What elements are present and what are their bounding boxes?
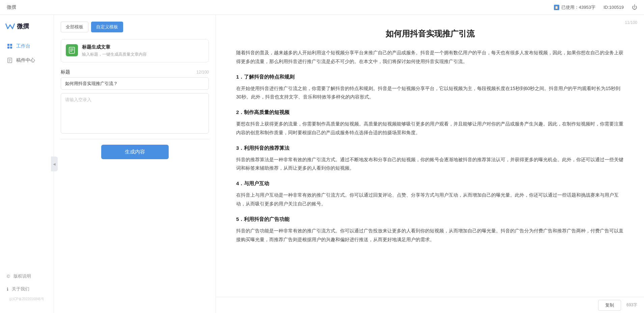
sidebar-item-workbench[interactable]: 工作台 xyxy=(0,39,54,53)
title-input[interactable] xyxy=(61,77,209,90)
generate-button[interactable]: 生成内容 xyxy=(101,145,169,159)
article-heading: 5．利用抖音的广告功能 xyxy=(236,215,624,224)
article-heading: 4．与用户互动 xyxy=(236,179,624,188)
content-area: 全部模板 自定义模板 标题生成文章 输入标题，一键生成高质量文章内容 xyxy=(54,15,644,313)
article-paragraph: 在开始使用抖音进行推广引流之前，你需要了解抖音的特点和规则。抖音是一个短视频分享… xyxy=(236,84,624,102)
template-card-icon xyxy=(66,44,78,56)
form-label-row: 标题 12/100 xyxy=(61,69,209,75)
article-heading: 1．了解抖音的特点和规则 xyxy=(236,72,624,82)
icp-text: 皖ICP备2022016846号 xyxy=(0,295,54,303)
usage-icon: 📋 xyxy=(554,5,559,10)
tab-all-templates[interactable]: 全部模板 xyxy=(61,22,88,32)
article-container: 11/100 如何用抖音实现推广引流 随着抖音的普及，越来越多的人开始利用这个短… xyxy=(216,15,644,297)
usage-info: 📋 已使用：43953字 xyxy=(554,4,595,10)
sidebar-logo: 微撰 xyxy=(0,22,54,39)
article-paragraph: 随着抖音的普及，越来越多的人开始利用这个短视频分享平台来推广自己的产品或服务。抖… xyxy=(236,49,624,66)
sidebar-bottom: © 版权说明 ℹ 关于我们 皖ICP备2022016846号 xyxy=(0,270,54,306)
title-label: 标题 xyxy=(61,69,70,75)
drafts-icon xyxy=(7,57,13,63)
form-section: 标题 12/100 请输入空录入 xyxy=(61,69,209,134)
article-paragraph: 抖音的推荐算法是一种非常有效的推广引流方式。通过不断地发布和分享自己的短视频，你… xyxy=(236,155,624,173)
sidebar-collapse-button[interactable]: ◀ xyxy=(51,156,58,171)
copy-button[interactable]: 复制 xyxy=(598,300,621,311)
sidebar-item-drafts-label: 稿件中心 xyxy=(16,57,35,63)
about-icon: ℹ xyxy=(7,287,8,292)
copyright-label: 版权说明 xyxy=(13,273,31,279)
workbench-icon xyxy=(7,43,13,49)
template-card-name: 标题生成文章 xyxy=(82,44,147,50)
article-heading: 2．制作高质量的短视频 xyxy=(236,108,624,117)
logo-text: 微撰 xyxy=(17,22,29,30)
logo-icon xyxy=(5,22,15,31)
title-count: 12/100 xyxy=(196,70,209,75)
article-paragraph: 要想在抖音上获得更多的流量，你需要制作高质量的短视频。高质量的短视频能够吸引更多… xyxy=(236,120,624,137)
svg-rect-2 xyxy=(7,47,9,49)
template-tabs: 全部模板 自定义模板 xyxy=(61,22,209,32)
svg-rect-0 xyxy=(7,44,9,46)
top-header: 微撰 📋 已使用：43953字 ID:100519 ⏻ xyxy=(0,0,644,15)
sidebar-nav: 工作台 稿件中心 xyxy=(0,39,54,270)
sidebar-item-drafts[interactable]: 稿件中心 xyxy=(0,53,54,67)
main-layout: 微撰 工作台 xyxy=(0,15,644,313)
left-panel: 全部模板 自定义模板 标题生成文章 输入标题，一键生成高质量文章内容 xyxy=(54,15,216,313)
sidebar-item-copyright[interactable]: © 版权说明 xyxy=(0,270,54,283)
svg-rect-3 xyxy=(10,47,12,49)
article-paragraph: 在抖音上与用户互动是一种非常有效的推广引流方式。你可以通过回复评论、点赞、分享等… xyxy=(236,191,624,208)
template-card-desc: 输入标题，一键生成高质量文章内容 xyxy=(82,52,147,57)
sidebar-item-workbench-label: 工作台 xyxy=(16,43,30,49)
content-placeholder-text: 请输入空录入 xyxy=(65,97,91,102)
power-button[interactable]: ⏻ xyxy=(632,4,637,10)
article-body: 随着抖音的普及，越来越多的人开始利用这个短视频分享平台来推广自己的产品或服务。抖… xyxy=(236,49,624,244)
word-count: 693字 xyxy=(626,302,637,308)
right-panel: 11/100 如何用抖音实现推广引流 随着抖音的普及，越来越多的人开始利用这个短… xyxy=(216,15,644,313)
article-title: 如何用抖音实现推广引流 xyxy=(236,28,624,39)
header-right: 📋 已使用：43953字 ID:100519 ⏻ xyxy=(554,4,637,10)
svg-rect-1 xyxy=(10,44,12,46)
template-card-title-article[interactable]: 标题生成文章 输入标题，一键生成高质量文章内容 xyxy=(61,39,209,62)
usage-label: 已使用：43953字 xyxy=(561,4,595,10)
bottom-bar: 复制 693字 xyxy=(216,297,644,313)
page-counter: 11/100 xyxy=(625,20,637,25)
id-label: ID:100519 xyxy=(604,5,624,10)
sidebar: 微撰 工作台 xyxy=(0,15,54,313)
about-label: 关于我们 xyxy=(12,286,29,292)
tab-custom-templates[interactable]: 自定义模板 xyxy=(91,22,123,32)
sidebar-item-about[interactable]: ℹ 关于我们 xyxy=(0,283,54,295)
article-paragraph: 抖音的广告功能是一种非常有效的推广引流方式。你可以通过广告投放来让更多的人看到你… xyxy=(236,227,624,244)
copyright-icon: © xyxy=(7,274,10,279)
template-card-info: 标题生成文章 输入标题，一键生成高质量文章内容 xyxy=(82,44,147,57)
article-heading: 3．利用抖音的推荐算法 xyxy=(236,143,624,153)
header-title: 微撰 xyxy=(7,4,16,10)
content-input-placeholder[interactable]: 请输入空录入 xyxy=(61,93,209,134)
divider xyxy=(61,139,209,139)
